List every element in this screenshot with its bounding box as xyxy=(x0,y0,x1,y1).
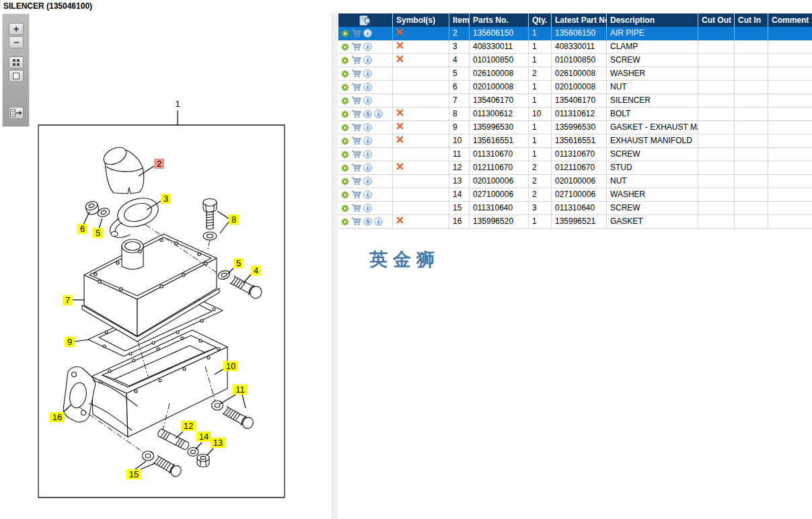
cart-icon[interactable] xyxy=(351,69,361,78)
info-icon[interactable]: i xyxy=(363,56,372,65)
description-cell: AIR PIPE xyxy=(607,27,698,40)
cart-icon[interactable] xyxy=(351,217,361,226)
part-label-13[interactable]: 13 xyxy=(211,438,225,448)
info-icon[interactable]: i xyxy=(363,69,372,78)
table-row[interactable]: i 7 135406170 1 135406170 SILENCER xyxy=(338,94,812,108)
gear-icon[interactable] xyxy=(341,177,349,186)
info-icon[interactable]: i xyxy=(363,163,372,172)
cart-icon[interactable] xyxy=(351,177,361,186)
part-label-2[interactable]: 2 xyxy=(154,159,164,169)
info-icon[interactable]: i xyxy=(363,204,372,212)
table-row[interactable]: i 3 408330011 1 408330011 CLAMP xyxy=(338,40,812,54)
table-row[interactable]: i 9 135996530 1 135996530 GASKET - EXHAU… xyxy=(338,121,812,134)
qty-cell: 2 xyxy=(529,161,552,174)
info-icon[interactable]: i xyxy=(374,217,383,226)
qty-cell: 1 xyxy=(529,148,552,161)
gear-icon[interactable] xyxy=(341,164,349,172)
cut-in-cell xyxy=(735,161,768,174)
part-label-11[interactable]: 11 xyxy=(233,385,248,395)
table-row[interactable]: i 10 135616551 1 135616551 EXHAUST MANIF… xyxy=(338,134,812,148)
item-cell: 15 xyxy=(449,202,470,214)
header-description[interactable]: Description xyxy=(607,13,698,27)
gear-icon[interactable] xyxy=(341,137,349,145)
row-actions-cell: i xyxy=(338,67,393,80)
header-item[interactable]: Item xyxy=(449,13,470,27)
gear-icon[interactable] xyxy=(341,70,349,78)
cart-icon[interactable] xyxy=(351,136,361,145)
cut-in-cell xyxy=(735,81,768,93)
cart-icon[interactable] xyxy=(351,204,361,212)
cart-icon[interactable] xyxy=(351,190,361,199)
header-parts-no[interactable]: Parts No. xyxy=(470,13,529,27)
header-latest-part-no[interactable]: Latest Part No. xyxy=(552,13,607,27)
gear-icon[interactable] xyxy=(341,43,349,51)
cart-icon[interactable] xyxy=(351,110,361,118)
gear-icon[interactable] xyxy=(341,191,349,199)
table-row[interactable]: S i 16 135996520 1 135996521 GASKET xyxy=(338,215,812,229)
table-row[interactable]: i 14 027100006 2 027100006 WASHER xyxy=(338,188,812,202)
part-label-4[interactable]: 4 xyxy=(251,266,261,276)
cart-icon[interactable] xyxy=(351,83,361,91)
info-icon[interactable]: i xyxy=(363,29,372,38)
part-label-6[interactable]: 6 xyxy=(77,224,87,235)
cart-icon[interactable] xyxy=(351,96,361,105)
part-label-7[interactable]: 7 xyxy=(63,295,73,306)
gear-icon[interactable] xyxy=(341,151,349,159)
gear-icon[interactable] xyxy=(341,83,349,91)
part-label-12[interactable]: 12 xyxy=(181,421,196,432)
description-cell: SCREW xyxy=(607,148,698,161)
gear-icon[interactable] xyxy=(341,110,349,118)
s-badge-icon[interactable]: S xyxy=(363,217,372,226)
part-label-9[interactable]: 9 xyxy=(65,337,75,348)
gear-icon[interactable] xyxy=(341,30,349,38)
part-label-16[interactable]: 16 xyxy=(50,412,65,423)
table-row[interactable]: i 5 026100008 2 026100008 WASHER xyxy=(338,67,812,81)
info-icon[interactable]: i xyxy=(363,150,372,159)
gear-icon[interactable] xyxy=(341,204,349,212)
cart-icon[interactable] xyxy=(351,29,361,38)
table-row[interactable]: S i 8 011300612 10 011310612 BOLT xyxy=(338,108,812,121)
info-icon[interactable]: i xyxy=(363,42,372,51)
latest-part-no-cell: 135616551 xyxy=(552,134,607,147)
info-icon[interactable]: i xyxy=(363,123,372,132)
info-icon[interactable]: i xyxy=(363,136,372,145)
search-in-list-icon[interactable] xyxy=(359,15,372,26)
part-label-15[interactable]: 15 xyxy=(126,469,141,480)
latest-part-no-cell: 011310612 xyxy=(552,108,607,120)
info-icon[interactable]: i xyxy=(363,190,372,199)
cart-icon[interactable] xyxy=(351,42,361,51)
cart-icon[interactable] xyxy=(351,123,361,132)
part-label-10[interactable]: 10 xyxy=(223,361,238,372)
info-icon[interactable]: i xyxy=(374,110,383,118)
table-row[interactable]: i 11 011310670 1 011310670 SCREW xyxy=(338,148,812,161)
header-qty[interactable]: Qty. xyxy=(529,13,552,27)
cart-icon[interactable] xyxy=(351,150,361,159)
table-row[interactable]: i 13 020100006 2 020100006 NUT xyxy=(338,175,812,188)
table-row[interactable]: i 12 012110670 2 012110670 STUD xyxy=(338,161,812,175)
table-row[interactable]: i 15 011310640 3 011310640 SCREW xyxy=(338,202,812,215)
info-icon[interactable]: i xyxy=(363,96,372,105)
header-comment[interactable]: Comment xyxy=(768,13,812,27)
header-symbols[interactable]: Symbol(s) xyxy=(393,13,449,27)
header-cut-in[interactable]: Cut In xyxy=(735,13,768,27)
header-cut-out[interactable]: Cut Out xyxy=(698,13,735,27)
table-row[interactable]: i 2 135606150 1 135606150 AIR PIPE xyxy=(338,27,812,40)
part-label-8[interactable]: 8 xyxy=(229,214,239,225)
part-label-5b[interactable]: 5 xyxy=(233,258,244,269)
cart-icon[interactable] xyxy=(351,163,361,172)
gear-icon[interactable] xyxy=(341,97,349,105)
s-badge-icon[interactable]: S xyxy=(363,110,372,118)
info-icon[interactable]: i xyxy=(363,83,372,91)
gear-icon[interactable] xyxy=(341,218,349,226)
info-icon[interactable]: i xyxy=(363,177,372,186)
table-row[interactable]: i 6 020100008 1 020100008 NUT xyxy=(338,81,812,94)
cart-icon[interactable] xyxy=(351,56,361,65)
row-actions-cell: i xyxy=(338,121,393,134)
gear-icon[interactable] xyxy=(341,124,349,132)
part-label-14[interactable]: 14 xyxy=(196,432,211,442)
part-label-5a[interactable]: 5 xyxy=(93,228,103,239)
part-label-3[interactable]: 3 xyxy=(161,194,171,204)
table-row[interactable]: i 4 010100850 1 010100850 SCREW xyxy=(338,54,812,67)
gear-icon[interactable] xyxy=(341,56,349,65)
description-cell: EXHAUST MANIFOLD xyxy=(607,134,698,147)
